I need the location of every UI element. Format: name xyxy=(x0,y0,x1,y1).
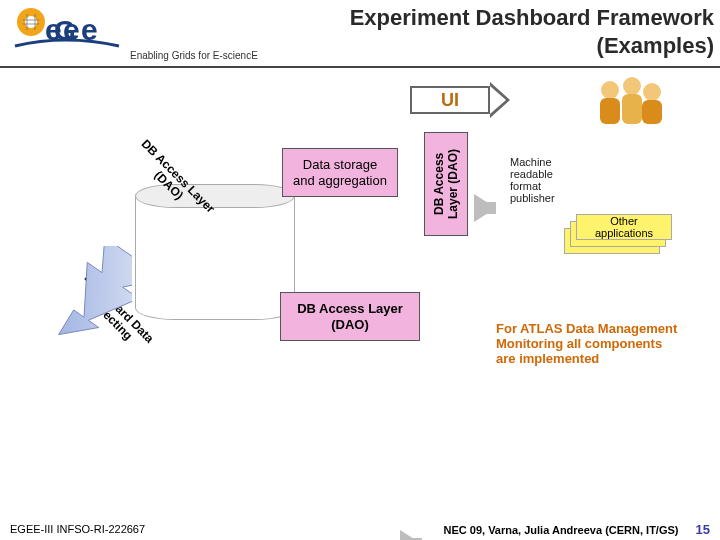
title-line-2: (Examples) xyxy=(350,32,714,60)
svg-point-6 xyxy=(601,81,619,99)
dao-lower-box: DB Access Layer (DAO) xyxy=(280,292,420,341)
dao-vertical-box: DB Access Layer (DAO) xyxy=(424,132,468,236)
page-number: 15 xyxy=(696,522,710,537)
svg-rect-9 xyxy=(622,94,642,124)
footer: EGEE-III INFSO-RI-222667 NEC 09, Varna, … xyxy=(0,518,720,540)
atlas-note: For ATLAS Data Management Monitoring all… xyxy=(496,322,682,367)
data-storage-label: Data storage and aggregation xyxy=(293,157,387,188)
data-storage-box: Data storage and aggregation xyxy=(282,148,398,197)
diagram-canvas: UI DB Access Layer (DAO) Machine readabl… xyxy=(0,68,720,518)
people-icon xyxy=(590,72,670,132)
ui-arrow-label: UI xyxy=(441,90,459,111)
arrow-dao-to-publisher xyxy=(474,194,496,222)
svg-rect-7 xyxy=(600,98,620,124)
dao-vertical-label: DB Access Layer (DAO) xyxy=(432,149,460,219)
dashboard-collecting-arrow xyxy=(32,246,132,356)
dao-lower-label: DB Access Layer (DAO) xyxy=(297,301,403,332)
svg-marker-12 xyxy=(44,246,132,356)
svg-rect-11 xyxy=(642,100,662,124)
footer-right: NEC 09, Varna, Julia Andreeva (CERN, IT/… xyxy=(444,524,679,536)
ui-arrow: UI xyxy=(410,82,510,118)
footer-left: EGEE-III INFSO-RI-222667 xyxy=(10,523,145,535)
svg-text:G: G xyxy=(54,15,76,46)
machine-readable-caption: Machine readable format publisher xyxy=(506,154,578,206)
other-apps-stack: Other applications xyxy=(564,214,672,258)
egee-logo: e e e G xyxy=(0,0,130,68)
tagline: Enabling Grids for E-sciencE xyxy=(130,50,258,61)
header: e e e G Enabling Grids for E-sciencE Exp… xyxy=(0,0,720,68)
title-line-1: Experiment Dashboard Framework xyxy=(350,4,714,32)
other-apps-label: Other applications xyxy=(580,215,668,239)
svg-point-10 xyxy=(643,83,661,101)
svg-point-8 xyxy=(623,77,641,95)
slide-title: Experiment Dashboard Framework (Examples… xyxy=(350,4,714,59)
